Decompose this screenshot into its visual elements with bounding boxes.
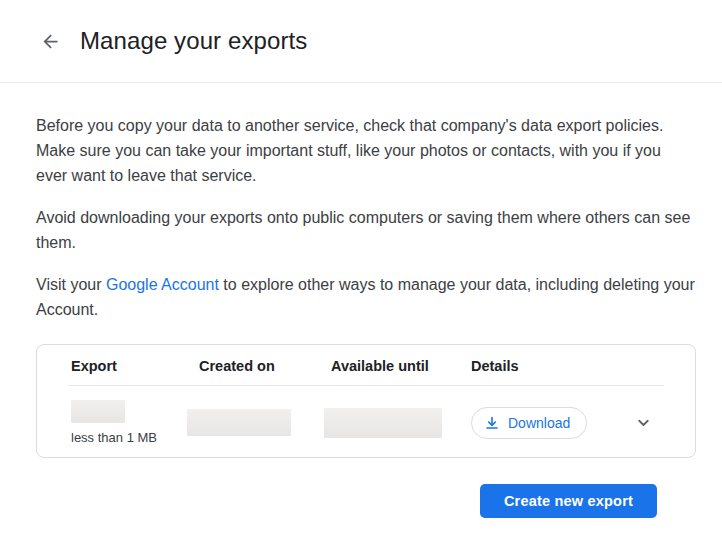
details-cell: Download: [471, 407, 653, 439]
redacted-created-on: [187, 409, 291, 436]
export-table-row: less than 1 MB Download: [37, 386, 695, 457]
exports-card: Export Created on Available until Detail…: [36, 344, 696, 458]
main-content: Before you copy your data to another ser…: [0, 113, 722, 518]
intro-paragraph-1: Before you copy your data to another ser…: [36, 113, 696, 188]
intro-paragraph-2: Avoid downloading your exports onto publ…: [36, 205, 696, 255]
column-header-available-until: Available until: [331, 358, 471, 374]
expand-row-button[interactable]: [633, 413, 653, 433]
bottom-action-bar: Create new export: [36, 484, 696, 518]
intro-paragraph-3: Visit your Google Account to explore oth…: [36, 272, 696, 322]
column-header-details: Details: [471, 358, 653, 374]
created-on-cell: [199, 409, 331, 436]
download-icon: [484, 415, 500, 431]
back-arrow-icon: [40, 31, 61, 52]
export-name-cell: less than 1 MB: [71, 400, 199, 445]
google-account-link[interactable]: Google Account: [106, 276, 219, 293]
available-until-cell: [331, 408, 471, 438]
exports-table-header: Export Created on Available until Detail…: [37, 345, 695, 385]
page-title: Manage your exports: [80, 27, 307, 55]
download-button-label: Download: [508, 415, 570, 431]
page-header: Manage your exports: [0, 0, 722, 83]
download-button[interactable]: Download: [471, 407, 587, 439]
redacted-export-name: [71, 400, 125, 423]
create-new-export-button[interactable]: Create new export: [480, 484, 657, 518]
paragraph-3-prefix: Visit your: [36, 276, 106, 293]
column-header-created-on: Created on: [199, 358, 331, 374]
redacted-available-until: [324, 408, 442, 438]
back-button[interactable]: [38, 29, 62, 53]
chevron-down-icon: [635, 414, 652, 431]
column-header-export: Export: [71, 358, 199, 374]
export-size-label: less than 1 MB: [71, 430, 199, 445]
